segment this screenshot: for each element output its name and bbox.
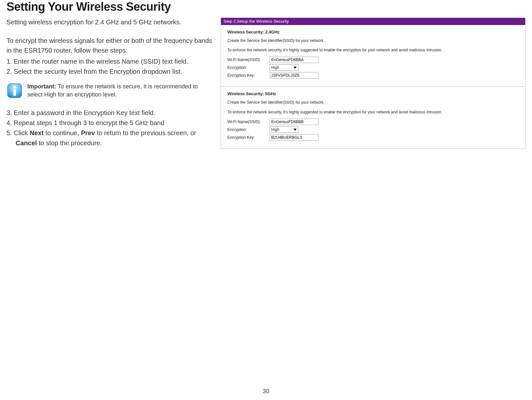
important-label: Important: — [27, 83, 56, 90]
wizard-panel: Step 2.Setup the Wireless Security Wirel… — [221, 18, 526, 149]
section-24ghz-title: Wireless Security: 2.4GHz — [227, 30, 519, 34]
select-24-enc-value: High — [271, 65, 279, 70]
step-2: 2. Select the security level from the En… — [6, 67, 214, 77]
step-3: 3. Enter a password in the Encryption Ke… — [6, 108, 214, 118]
row-24-key: Encryption Key: — [227, 72, 519, 79]
label-24-enc: Encryption: — [227, 65, 270, 70]
chevron-down-icon — [293, 129, 297, 131]
step-4: 4. Repeat steps 1 through 3 to encrypt t… — [6, 118, 214, 128]
input-5-ssid[interactable] — [270, 119, 318, 125]
step-1: 1. Enter the router name in the wireless… — [6, 57, 214, 67]
instructions-column: Setting wireless encryption for 2.4 GHz … — [6, 18, 214, 148]
svg-rect-2 — [13, 89, 16, 96]
select-5-enc-value: High — [271, 127, 279, 132]
step-5-pre: 5. Click — [6, 129, 30, 136]
select-24-enc[interactable]: High — [270, 64, 298, 71]
section-5ghz: Wireless Security: 5GHz Create the Servi… — [221, 87, 525, 148]
prev-label: Prev — [81, 129, 95, 136]
subtitle: Setting wireless encryption for 2.4 GHz … — [6, 18, 214, 27]
section-5ghz-desc1: Create the Service Set Identifier(SSID) … — [227, 99, 519, 106]
section-24ghz: Wireless Security: 2.4GHz Create the Ser… — [221, 25, 525, 87]
important-callout: Important: To ensure the network is secu… — [6, 83, 214, 99]
row-24-ssid: Wi-Fi Name(SSID): — [227, 57, 519, 63]
next-label: Next — [30, 129, 44, 136]
section-5ghz-desc2: To enforce the network security, it's hi… — [227, 109, 519, 115]
row-5-key: Encryption Key: — [227, 134, 519, 141]
section-5ghz-title: Wireless Security: 5GHz — [227, 91, 519, 96]
chevron-down-icon — [293, 67, 297, 69]
wizard-banner: Step 2.Setup the Wireless Security — [221, 18, 525, 25]
step-5-mid1: to continue, — [44, 129, 81, 136]
label-24-key: Encryption Key: — [227, 73, 270, 78]
page-number: 30 — [263, 388, 269, 395]
input-24-key[interactable] — [270, 72, 318, 79]
select-5-enc[interactable]: High — [270, 126, 298, 133]
info-icon — [6, 83, 23, 99]
cancel-label: Cancel — [16, 139, 37, 147]
content-wrap: Setting wireless encryption for 2.4 GHz … — [6, 18, 526, 149]
row-24-enc: Encryption: High — [227, 64, 519, 71]
label-5-key: Encryption Key: — [227, 135, 270, 140]
label-5-enc: Encryption: — [227, 127, 270, 132]
step-5-mid2: to return to the previous screen, or — [95, 129, 196, 136]
page-title: Setting Your Wireless Security — [6, 0, 526, 14]
input-24-ssid[interactable] — [270, 57, 318, 63]
row-5-ssid: Wi-Fi Name(SSID): — [227, 119, 519, 125]
label-24-ssid: Wi-Fi Name(SSID): — [227, 58, 270, 62]
label-5-ssid: Wi-Fi Name(SSID): — [227, 120, 270, 124]
section-24ghz-desc1: Create the Service Set Identifier(SSID) … — [227, 38, 519, 44]
section-24ghz-desc2: To enforce the network security, it's hi… — [227, 47, 519, 53]
step-5: 5. Click Next to continue, Prev to retur… — [6, 128, 214, 148]
step-5-end: to stop the procedure. — [37, 139, 102, 147]
row-5-enc: Encryption: High — [227, 126, 519, 133]
input-5-key[interactable] — [270, 134, 318, 141]
intro-text: To encrypt the wireless signals for eith… — [6, 36, 214, 55]
important-text: Important: To ensure the network is secu… — [27, 83, 214, 99]
svg-point-1 — [13, 86, 16, 88]
